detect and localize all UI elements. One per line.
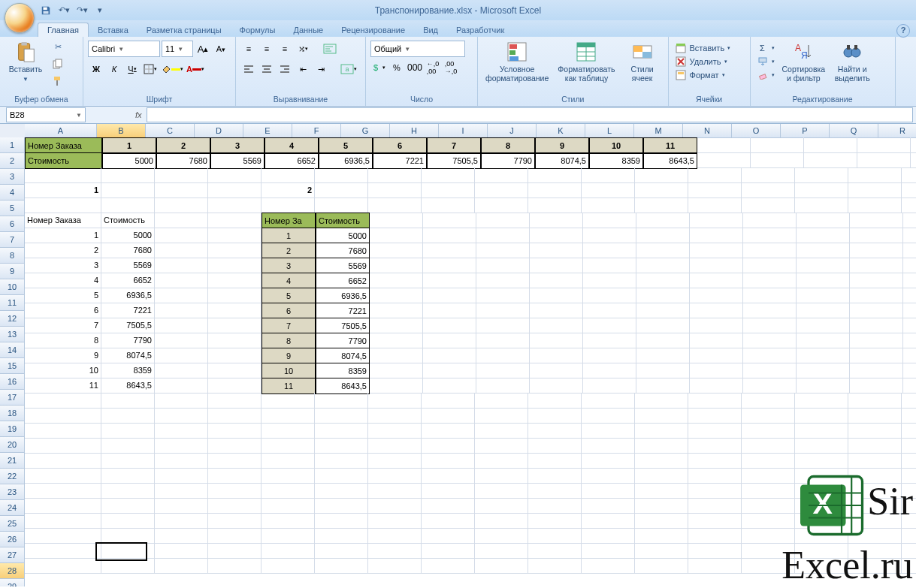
cell[interactable]: 8643,5 — [316, 378, 370, 394]
row-header[interactable]: 19 — [0, 421, 25, 437]
cell[interactable] — [742, 558, 795, 574]
cell[interactable] — [583, 318, 636, 333]
cell[interactable] — [743, 363, 797, 378]
cell[interactable]: Стоимость — [25, 152, 102, 169]
column-header[interactable]: G — [341, 124, 390, 138]
cell[interactable] — [911, 137, 916, 153]
cell[interactable] — [101, 182, 155, 198]
cell[interactable] — [208, 348, 261, 363]
cell[interactable] — [208, 528, 261, 544]
cell[interactable] — [370, 333, 423, 348]
cell[interactable] — [155, 167, 208, 183]
cell[interactable] — [848, 498, 902, 514]
cell[interactable]: 5569 — [101, 258, 155, 273]
cell[interactable]: 10 — [261, 363, 316, 379]
cell[interactable] — [155, 423, 208, 439]
delete-cells-button[interactable]: Удалить ▾ — [673, 55, 745, 68]
cell[interactable] — [583, 243, 636, 258]
cell[interactable] — [155, 378, 208, 394]
cell[interactable] — [475, 483, 528, 499]
cell[interactable] — [528, 167, 582, 183]
cell[interactable] — [902, 182, 916, 198]
cell[interactable] — [261, 528, 315, 544]
cell[interactable] — [476, 333, 530, 348]
cell[interactable] — [475, 498, 528, 514]
cell[interactable] — [742, 543, 795, 559]
cell[interactable] — [476, 228, 530, 243]
cell[interactable] — [475, 393, 528, 409]
cell[interactable] — [583, 303, 636, 318]
cell[interactable] — [795, 453, 848, 469]
cell[interactable] — [688, 468, 742, 484]
align-right-icon[interactable] — [277, 61, 293, 77]
cell[interactable] — [475, 182, 528, 198]
cell[interactable]: Стоимость — [316, 213, 370, 229]
cell[interactable] — [582, 393, 635, 409]
cell[interactable] — [902, 468, 916, 484]
cell[interactable] — [530, 378, 583, 394]
cell[interactable] — [690, 258, 743, 273]
cell[interactable] — [582, 453, 635, 469]
cell[interactable] — [422, 438, 475, 454]
cell[interactable] — [797, 333, 850, 348]
cell[interactable] — [530, 273, 583, 288]
row-header[interactable]: 4 — [0, 185, 25, 201]
cell[interactable] — [902, 528, 916, 544]
cell[interactable] — [903, 288, 916, 303]
cell[interactable] — [155, 498, 208, 514]
cell[interactable] — [797, 318, 850, 333]
tab-home[interactable]: Главная — [38, 23, 89, 37]
cell[interactable] — [368, 198, 422, 213]
cell[interactable] — [475, 543, 528, 559]
cell[interactable] — [850, 348, 903, 363]
cell[interactable] — [423, 348, 476, 363]
align-center-icon[interactable] — [258, 61, 275, 77]
cell[interactable] — [688, 438, 742, 454]
cell[interactable] — [582, 198, 635, 213]
cell[interactable] — [368, 558, 422, 574]
cell[interactable]: 7680 — [316, 243, 370, 259]
cell[interactable] — [370, 273, 423, 288]
cell[interactable] — [101, 498, 155, 514]
cell[interactable] — [315, 198, 368, 213]
cell[interactable] — [635, 393, 688, 409]
cell[interactable] — [688, 483, 742, 499]
increase-indent-icon[interactable]: ⇥ — [313, 61, 329, 77]
cell[interactable]: 7680 — [101, 243, 155, 258]
cell-styles-button[interactable]: Стили ячеек — [621, 38, 664, 84]
cell[interactable] — [423, 273, 476, 288]
cell[interactable] — [155, 198, 208, 213]
cell[interactable] — [261, 408, 315, 424]
find-select-button[interactable]: Найти и выделить — [831, 38, 873, 84]
cell[interactable] — [636, 288, 690, 303]
cell[interactable] — [797, 363, 850, 378]
column-header[interactable]: P — [781, 124, 830, 138]
row-header[interactable]: 24 — [0, 500, 25, 516]
cell[interactable] — [690, 318, 743, 333]
cell[interactable] — [315, 528, 368, 544]
bold-button[interactable]: Ж — [88, 61, 104, 77]
worksheet[interactable]: ABCDEFGHIJKLMNOPQR 123456789101112131415… — [0, 124, 916, 586]
increase-decimal-icon[interactable]: ←,0,00 — [425, 59, 441, 76]
currency-icon[interactable]: $▾ — [370, 59, 387, 76]
cell-grid[interactable]: Номер Заказа1234567891011Стоимость500076… — [25, 137, 916, 573]
cell[interactable] — [688, 528, 742, 544]
cell[interactable] — [850, 213, 903, 228]
cell[interactable] — [848, 528, 902, 544]
align-middle-icon[interactable]: ≡ — [258, 41, 275, 57]
cell[interactable]: 10 — [589, 137, 643, 154]
cell[interactable]: 6652 — [316, 273, 370, 289]
cell[interactable] — [423, 363, 476, 378]
cell[interactable] — [743, 288, 797, 303]
cell[interactable] — [261, 513, 315, 529]
cell[interactable]: 2 — [261, 182, 315, 198]
column-header[interactable]: A — [25, 124, 97, 138]
row-header[interactable]: 17 — [0, 390, 25, 406]
number-format-combo[interactable]: Общий▼ — [370, 41, 465, 57]
cell[interactable] — [155, 288, 208, 303]
cell[interactable] — [368, 483, 422, 499]
column-header[interactable]: E — [243, 124, 292, 138]
cell[interactable] — [101, 468, 155, 484]
cell[interactable] — [101, 438, 155, 454]
cell[interactable] — [25, 468, 101, 484]
